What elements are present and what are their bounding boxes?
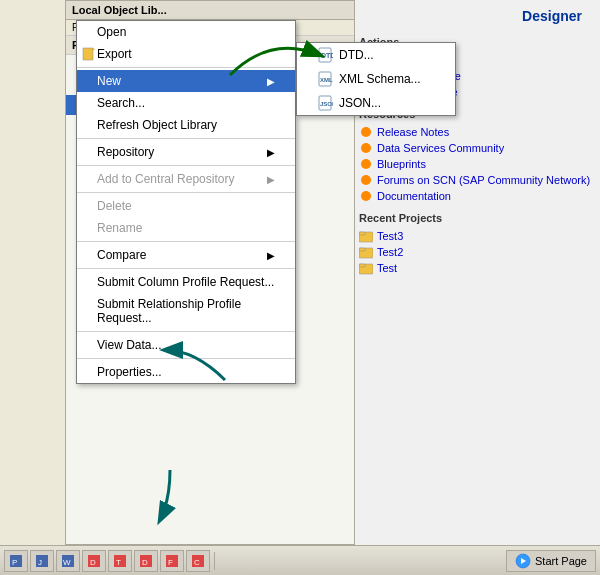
test3-link[interactable]: Test3 <box>359 228 592 244</box>
menu-item-add-central[interactable]: Add to Central Repository ▶ <box>77 168 295 190</box>
release-notes-label: Release Notes <box>377 126 449 138</box>
menu-item-properties[interactable]: Properties... <box>77 361 295 383</box>
taskbar-t-icon: T <box>113 554 127 568</box>
project-icon-3 <box>359 261 373 275</box>
separator-4 <box>77 192 295 193</box>
svg-marker-17 <box>93 48 95 50</box>
project-icon-2 <box>359 245 373 259</box>
taskbar: P J W D T D F C Start Page <box>0 545 600 575</box>
separator-2 <box>77 138 295 139</box>
menu-item-rename[interactable]: Rename <box>77 217 295 239</box>
designer-title: Designer <box>359 8 592 24</box>
forums-label: Forums on SCN (SAP Community Network) <box>377 174 590 186</box>
submenu-new: DTD DTD... XML XML Schema... JSON JSON..… <box>296 42 456 116</box>
taskbar-j-icon: J <box>35 554 49 568</box>
menu-item-compare[interactable]: Compare ▶ <box>77 244 295 266</box>
menu-rel-profile-label: Submit Relationship Profile Request... <box>97 297 275 325</box>
menu-open-label: Open <box>97 25 126 39</box>
menu-item-new[interactable]: New ▶ <box>77 70 295 92</box>
separator-5 <box>77 241 295 242</box>
submenu-item-xml[interactable]: XML XML Schema... <box>297 67 455 91</box>
menu-item-delete[interactable]: Delete <box>77 195 295 217</box>
menu-delete-label: Delete <box>97 199 132 213</box>
submenu-json-label: JSON... <box>339 96 381 110</box>
context-menu: Open Export New ▶ Search... Refresh Obje… <box>76 20 296 384</box>
add-central-arrow: ▶ <box>267 174 275 185</box>
documentation-link[interactable]: Documentation <box>359 188 592 204</box>
taskbar-w-btn[interactable]: W <box>56 550 80 572</box>
menu-new-label: New <box>97 74 121 88</box>
svg-rect-6 <box>359 232 365 235</box>
documentation-icon <box>359 189 373 203</box>
menu-item-export[interactable]: Export <box>77 43 295 65</box>
test-label: Test <box>377 262 397 274</box>
menu-export-label: Export <box>97 47 132 61</box>
svg-text:F: F <box>168 558 173 567</box>
menu-item-rel-profile[interactable]: Submit Relationship Profile Request... <box>77 293 295 329</box>
community-label: Data Services Community <box>377 142 504 154</box>
taskbar-f-btn[interactable]: F <box>160 550 184 572</box>
forums-link[interactable]: Forums on SCN (SAP Community Network) <box>359 172 592 188</box>
submenu-item-dtd[interactable]: DTD DTD... <box>297 43 455 67</box>
menu-rename-label: Rename <box>97 221 142 235</box>
taskbar-d1-btn[interactable]: D <box>82 550 106 572</box>
taskbar-j-btn[interactable]: J <box>30 550 54 572</box>
taskbar-d2-icon: D <box>139 554 153 568</box>
blueprints-label: Blueprints <box>377 158 426 170</box>
new-submenu-arrow: ▶ <box>267 76 275 87</box>
svg-text:T: T <box>116 558 121 567</box>
svg-text:P: P <box>12 558 17 567</box>
separator-8 <box>77 358 295 359</box>
menu-item-search[interactable]: Search... <box>77 92 295 114</box>
menu-add-central-label: Add to Central Repository <box>97 172 234 186</box>
menu-repository-label: Repository <box>97 145 154 159</box>
svg-text:D: D <box>142 558 148 567</box>
menu-search-label: Search... <box>97 96 145 110</box>
svg-text:XML: XML <box>320 77 333 83</box>
submenu-xml-label: XML Schema... <box>339 72 421 86</box>
start-page-button[interactable]: Start Page <box>506 550 596 572</box>
test2-label: Test2 <box>377 246 403 258</box>
svg-text:D: D <box>90 558 96 567</box>
submenu-item-json[interactable]: JSON JSON... <box>297 91 455 115</box>
project-icon-1 <box>359 229 373 243</box>
taskbar-c-btn[interactable]: C <box>186 550 210 572</box>
svg-rect-10 <box>359 264 365 267</box>
test-link[interactable]: Test <box>359 260 592 276</box>
test2-link[interactable]: Test2 <box>359 244 592 260</box>
svg-text:J: J <box>38 558 42 567</box>
export-icon <box>81 46 97 62</box>
start-page-label: Start Page <box>535 555 587 567</box>
release-notes-link[interactable]: Release Notes <box>359 124 592 140</box>
menu-item-view-data[interactable]: View Data... <box>77 334 295 356</box>
menu-col-profile-label: Submit Column Profile Request... <box>97 275 274 289</box>
svg-rect-8 <box>359 248 365 251</box>
svg-text:W: W <box>63 558 71 567</box>
taskbar-f-icon: F <box>165 554 179 568</box>
blueprints-icon <box>359 157 373 171</box>
forums-icon <box>359 173 373 187</box>
blueprints-link[interactable]: Blueprints <box>359 156 592 172</box>
taskbar-p-icon: P <box>9 554 23 568</box>
taskbar-d2-btn[interactable]: D <box>134 550 158 572</box>
taskbar-t-btn[interactable]: T <box>108 550 132 572</box>
menu-item-repository[interactable]: Repository ▶ <box>77 141 295 163</box>
taskbar-p-btn[interactable]: P <box>4 550 28 572</box>
menu-item-open[interactable]: Open <box>77 21 295 43</box>
taskbar-divider <box>214 552 215 570</box>
separator-1 <box>77 67 295 68</box>
menu-item-refresh[interactable]: Refresh Object Library <box>77 114 295 136</box>
notes-icon <box>359 125 373 139</box>
menu-view-data-label: View Data... <box>97 338 161 352</box>
menu-item-col-profile[interactable]: Submit Column Profile Request... <box>77 271 295 293</box>
test3-label: Test3 <box>377 230 403 242</box>
submenu-dtd-label: DTD... <box>339 48 374 62</box>
json-icon: JSON <box>317 95 333 111</box>
menu-compare-label: Compare <box>97 248 146 262</box>
repository-submenu-arrow: ▶ <box>267 147 275 158</box>
svg-text:JSON: JSON <box>320 101 333 107</box>
community-link[interactable]: Data Services Community <box>359 140 592 156</box>
taskbar-c-icon: C <box>191 554 205 568</box>
community-icon <box>359 141 373 155</box>
compare-arrow: ▶ <box>267 250 275 261</box>
